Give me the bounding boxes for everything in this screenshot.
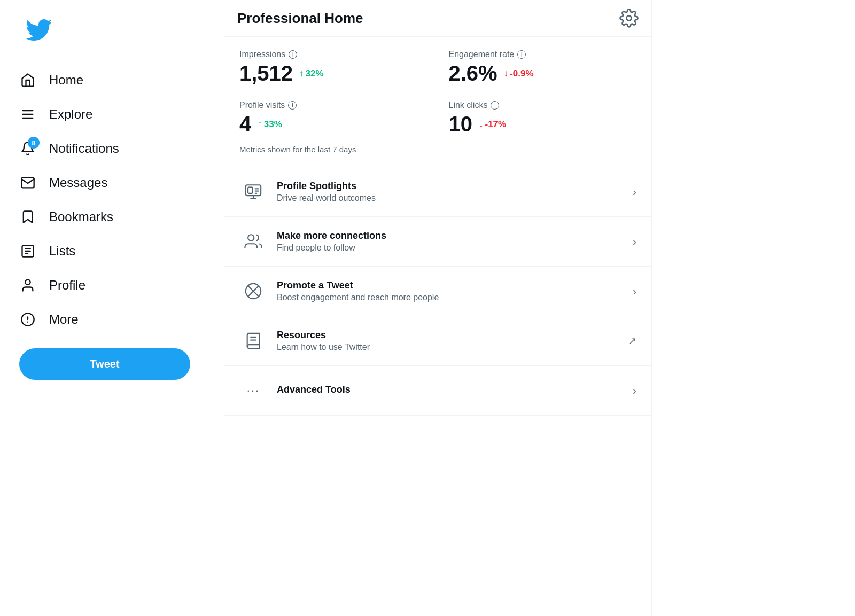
twitter-logo-button[interactable] [11,5,213,60]
engagement-rate-label: Engagement rate i [449,50,637,59]
right-panel [652,0,855,616]
engagement-info-icon[interactable]: i [517,50,526,59]
bookmarks-label: Bookmarks [49,209,113,224]
promote-arrow: › [633,285,636,298]
lists-label: Lists [49,244,75,259]
up-arrow-icon-2: ↑ [258,119,262,130]
profile-visits-metric: Profile visits i 4 ↑ 33% [239,100,428,136]
profile-label: Profile [49,278,86,293]
connections-title: Make more connections [277,230,633,241]
promote-title: Promote a Tweet [277,280,633,291]
profile-visits-label: Profile visits i [239,100,428,110]
promote-tweet-item[interactable]: Promote a Tweet Boost engagement and rea… [224,267,651,316]
advanced-tools-arrow: › [633,385,636,397]
main-header: Professional Home [224,0,651,37]
resources-subtitle: Learn how to use Twitter [277,342,628,352]
metrics-footer: Metrics shown for the last 7 days [239,145,636,154]
make-connections-item[interactable]: Make more connections Find people to fol… [224,217,651,267]
svg-point-7 [25,280,30,285]
impressions-number: 1,512 [239,61,293,85]
sidebar-item-explore[interactable]: Explore [11,98,213,130]
profile-spotlights-arrow: › [633,186,636,198]
svg-point-11 [627,16,632,21]
notifications-icon: 8 [19,140,36,157]
impressions-info-icon[interactable]: i [289,50,297,59]
link-clicks-value: 10 ↓ -17% [449,112,637,136]
more-icon [19,311,36,328]
sidebar-item-profile[interactable]: Profile [11,269,213,301]
engagement-rate-change: ↓ -0.9% [504,68,534,79]
main-content: Professional Home Impressions i 1,512 ↑ … [224,0,652,616]
resources-content: Resources Learn how to use Twitter [277,330,628,352]
promote-subtitle: Boost engagement and reach more people [277,293,633,302]
promote-content: Promote a Tweet Boost engagement and rea… [277,280,633,302]
engagement-rate-value: 2.6% ↓ -0.9% [449,61,637,85]
advanced-tools-content: Advanced Tools [277,384,633,397]
home-label: Home [49,73,83,88]
sidebar-item-bookmarks[interactable]: Bookmarks [11,201,213,233]
metrics-section: Impressions i 1,512 ↑ 32% Engagement rat… [224,37,651,167]
messages-icon [19,174,36,191]
profile-spotlights-title: Profile Spotlights [277,181,633,192]
engagement-rate-number: 2.6% [449,61,498,85]
engagement-rate-metric: Engagement rate i 2.6% ↓ -0.9% [449,50,637,85]
tools-icon: ··· [239,377,267,404]
resources-arrow: ↗ [628,335,636,347]
messages-label: Messages [49,175,107,190]
twitter-logo-icon [25,16,52,44]
explore-label: Explore [49,107,92,122]
connections-arrow: › [633,236,636,248]
metrics-grid: Impressions i 1,512 ↑ 32% Engagement rat… [239,50,636,136]
resources-title: Resources [277,330,628,341]
profile-spotlights-content: Profile Spotlights Drive real world outc… [277,181,633,203]
notification-badge: 8 [28,137,40,149]
spotlight-icon [239,178,267,206]
lists-icon [19,243,36,260]
promote-icon [239,277,267,305]
notifications-label: Notifications [49,141,119,156]
up-arrow-icon: ↑ [299,68,304,79]
resources-item[interactable]: Resources Learn how to use Twitter ↗ [224,316,651,366]
advanced-tools-title: Advanced Tools [277,384,633,395]
tweet-button[interactable]: Tweet [19,348,190,380]
impressions-value: 1,512 ↑ 32% [239,61,428,85]
sidebar-item-notifications[interactable]: 8 Notifications [11,132,213,165]
profile-spotlights-subtitle: Drive real world outcomes [277,193,633,203]
profile-visits-number: 4 [239,112,251,136]
explore-icon [19,106,36,123]
down-arrow-icon-2: ↓ [479,119,484,130]
sidebar-item-home[interactable]: Home [11,64,213,96]
home-icon [19,72,36,89]
down-arrow-icon: ↓ [504,68,509,79]
sidebar-item-lists[interactable]: Lists [11,235,213,267]
resources-icon [239,327,267,355]
link-clicks-change: ↓ -17% [479,119,506,130]
profile-icon [19,277,36,294]
svg-rect-15 [248,188,253,193]
settings-icon[interactable] [619,9,639,28]
connections-icon [239,228,267,255]
profile-spotlights-item[interactable]: Profile Spotlights Drive real world outc… [224,167,651,217]
profile-visits-value: 4 ↑ 33% [239,112,428,136]
bookmarks-icon [19,208,36,225]
advanced-tools-item[interactable]: ··· Advanced Tools › [224,366,651,416]
sidebar-item-more[interactable]: More [11,303,213,336]
connections-subtitle: Find people to follow [277,243,633,253]
link-clicks-number: 10 [449,112,473,136]
svg-point-19 [248,235,254,240]
connections-content: Make more connections Find people to fol… [277,230,633,253]
link-clicks-info-icon[interactable]: i [491,101,499,110]
profile-visits-change: ↑ 33% [258,119,282,130]
link-clicks-metric: Link clicks i 10 ↓ -17% [449,100,637,136]
more-label: More [49,312,79,327]
profile-visits-info-icon[interactable]: i [288,101,297,110]
link-clicks-label: Link clicks i [449,100,637,110]
impressions-label: Impressions i [239,50,428,59]
sidebar: Home Explore 8 Notifications [0,0,224,616]
impressions-metric: Impressions i 1,512 ↑ 32% [239,50,428,85]
impressions-change: ↑ 32% [299,68,324,79]
page-title: Professional Home [237,10,363,27]
sidebar-item-messages[interactable]: Messages [11,167,213,199]
